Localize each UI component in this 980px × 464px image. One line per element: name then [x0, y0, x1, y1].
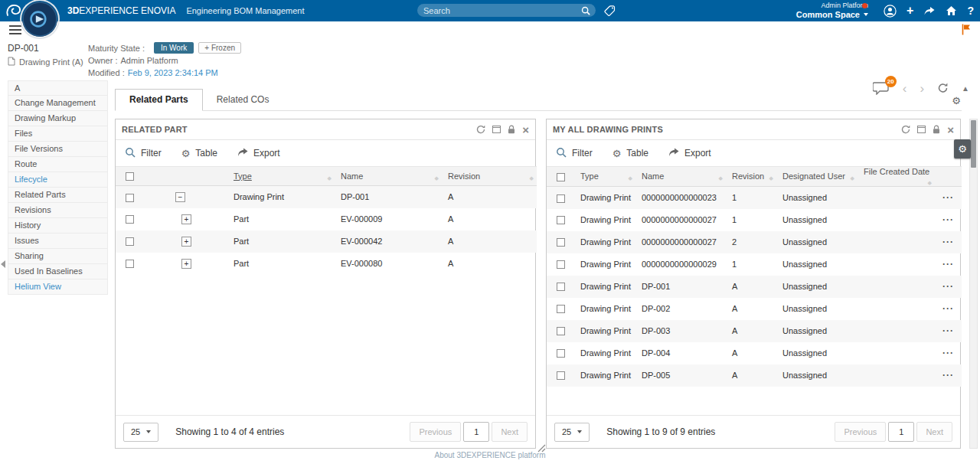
collaborative-space-selector[interactable]: Common Space [796, 10, 868, 19]
app-logo[interactable] [21, 1, 58, 38]
expander-toggle[interactable]: + [181, 237, 191, 247]
maturity-state-badge[interactable]: In Work [154, 42, 194, 54]
add-content-icon[interactable]: + [906, 5, 913, 17]
row-checkbox[interactable] [557, 216, 565, 224]
next-page-button[interactable]: Next [492, 422, 528, 442]
row-actions-icon[interactable]: ··· [942, 214, 954, 225]
table-row[interactable]: Drawing Print DP-004 A Unassigned ··· [547, 342, 962, 364]
next-page-button[interactable]: Next [916, 422, 952, 442]
panel-lock-icon[interactable] [508, 125, 515, 134]
row-checkbox[interactable] [557, 371, 565, 380]
sidebar-item[interactable]: Change Management [8, 96, 108, 111]
panel-close-icon[interactable]: × [522, 124, 529, 136]
row-checkbox[interactable] [557, 194, 565, 203]
widget-settings-button[interactable]: ⚙ [954, 139, 971, 158]
column-header-revision[interactable]: Revision◆ [726, 167, 776, 187]
help-icon[interactable]: ? [967, 5, 974, 16]
row-checkbox[interactable] [557, 260, 565, 269]
export-button[interactable]: Export [668, 148, 711, 159]
sidebar-item[interactable]: Sharing [8, 249, 108, 264]
expander-toggle[interactable]: + [181, 214, 191, 224]
sidebar-item[interactable]: Used In Baselines [8, 264, 108, 279]
page-settings-gear-icon[interactable]: ⚙ [952, 96, 961, 106]
sidebar-collapse-icon[interactable] [1, 260, 5, 268]
row-actions-icon[interactable]: ··· [942, 192, 954, 203]
column-header-name[interactable]: Name◆ [635, 167, 726, 187]
sidebar-item[interactable]: Related Parts [8, 188, 108, 203]
global-search[interactable] [417, 4, 596, 17]
collapse-header-icon[interactable]: ▲ [962, 84, 969, 93]
table-row[interactable]: Drawing Print DP-002 A Unassigned ··· [547, 298, 962, 320]
table-row[interactable]: Drawing Print DP-001 A Unassigned ··· [547, 276, 962, 298]
previous-page-button[interactable]: Previous [835, 422, 886, 442]
page-number-button[interactable]: 1 [463, 422, 489, 442]
table-row[interactable]: Drawing Print 0000000000000027 1 Unassig… [547, 209, 962, 231]
select-all-header[interactable] [547, 167, 574, 187]
account-icon[interactable] [884, 5, 897, 18]
sidebar-item[interactable]: Helium View [8, 279, 108, 295]
table-row[interactable]: + Part EV-000009 A [116, 208, 537, 230]
column-header-revision[interactable]: Revision◆ [442, 167, 537, 186]
panel-refresh-icon[interactable] [901, 125, 910, 134]
sidebar-item[interactable]: Lifecycle [8, 172, 108, 188]
select-all-checkbox[interactable] [126, 172, 134, 181]
share-icon[interactable] [923, 6, 936, 16]
row-checkbox[interactable] [557, 238, 565, 247]
table-row[interactable]: Drawing Print 0000000000000029 1 Unassig… [547, 253, 962, 276]
filter-button[interactable]: Filter [556, 147, 593, 160]
table-row[interactable]: + Part EV-000080 A [116, 253, 537, 275]
table-view-button[interactable]: ⚙ Table [181, 148, 217, 158]
panel-refresh-icon[interactable] [476, 125, 485, 134]
row-checkbox[interactable] [126, 215, 134, 224]
row-actions-icon[interactable]: ··· [942, 259, 954, 270]
row-actions-icon[interactable]: ··· [942, 325, 954, 336]
tab-related-parts[interactable]: Related Parts [115, 89, 203, 111]
table-view-button[interactable]: ⚙ Table [612, 148, 648, 158]
row-actions-icon[interactable]: ··· [942, 370, 954, 381]
row-checkbox[interactable] [557, 283, 565, 291]
sidebar-item[interactable]: Files [8, 126, 108, 142]
about-platform-link[interactable]: About 3DEXPERIENCE platform [434, 451, 545, 459]
panel-close-icon[interactable]: × [947, 124, 954, 136]
row-actions-icon[interactable]: ··· [942, 237, 954, 247]
panel-window-icon[interactable] [492, 126, 501, 133]
row-checkbox[interactable] [557, 349, 565, 358]
search-input[interactable] [417, 6, 581, 15]
table-row[interactable]: Drawing Print 0000000000000027 2 Unassig… [547, 231, 962, 253]
page-size-select[interactable]: 25 [123, 423, 158, 442]
select-all-header[interactable] [116, 167, 143, 186]
expander-toggle[interactable]: − [175, 192, 185, 202]
table-row[interactable]: + Part EV-000042 A [116, 230, 537, 253]
row-checkbox[interactable] [126, 194, 134, 202]
search-icon[interactable] [581, 6, 590, 15]
sidebar-item[interactable]: A [8, 80, 108, 96]
tab-related-cos[interactable]: Related COs [203, 90, 283, 110]
filter-button[interactable]: Filter [125, 147, 162, 160]
table-row[interactable]: − Drawing Print DP-001 A [116, 186, 537, 208]
home-icon[interactable] [946, 5, 957, 16]
row-actions-icon[interactable]: ··· [942, 281, 954, 292]
column-header-file-created-date[interactable]: File Created Date◆ [858, 167, 935, 187]
page-size-select[interactable]: 25 [554, 423, 590, 442]
select-all-checkbox[interactable] [557, 173, 565, 181]
sidebar-item[interactable]: Revisions [8, 203, 108, 218]
table-row[interactable]: Drawing Print DP-005 A Unassigned ··· [547, 364, 962, 387]
scrollbar-thumb[interactable] [971, 120, 976, 168]
panel-lock-icon[interactable] [933, 125, 940, 134]
previous-page-button[interactable]: Previous [410, 422, 461, 442]
sidebar-item[interactable]: File Versions [8, 142, 108, 157]
panel-window-icon[interactable] [917, 126, 926, 133]
row-checkbox[interactable] [126, 260, 134, 268]
export-button[interactable]: Export [237, 148, 280, 159]
sidebar-item[interactable]: Route [8, 157, 108, 172]
column-header-designated-user[interactable]: Designated User◆ [776, 167, 858, 187]
frozen-badge[interactable]: + Frozen [198, 42, 241, 54]
3ds-compass-logo-icon[interactable] [5, 3, 22, 21]
subscribe-flag-icon[interactable] [962, 24, 971, 38]
tag-icon[interactable] [604, 5, 616, 16]
column-header-type[interactable]: Type◆ [574, 167, 635, 187]
row-actions-icon[interactable]: ··· [942, 303, 954, 314]
sidebar-item[interactable]: Drawing Markup [8, 111, 108, 126]
column-header-type[interactable]: Type◆ [227, 167, 335, 186]
menu-hamburger-icon[interactable] [9, 25, 21, 34]
